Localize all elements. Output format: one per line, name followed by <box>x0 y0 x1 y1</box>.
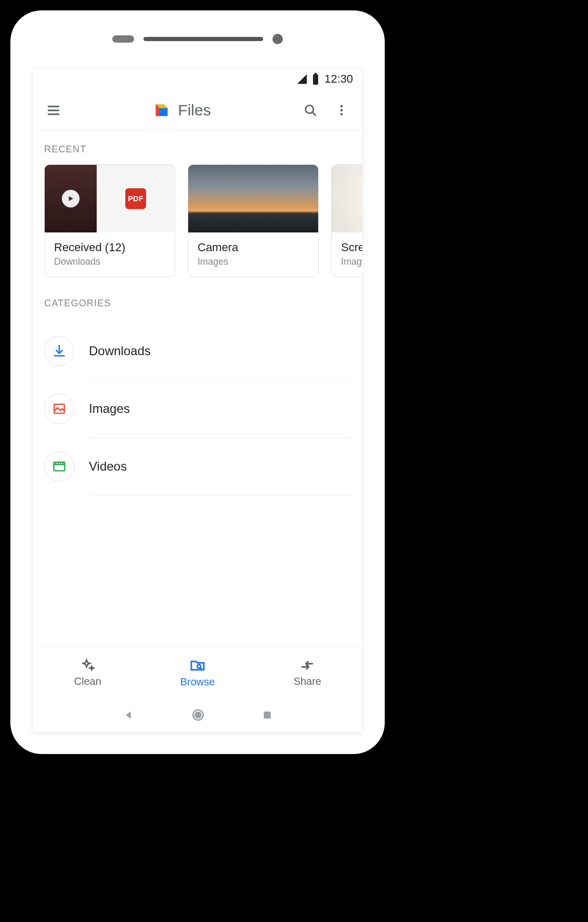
svg-point-9 <box>341 113 343 115</box>
search-icon <box>303 103 318 118</box>
nav-label: Share <box>294 676 321 687</box>
nav-clean[interactable]: Clean <box>33 647 142 698</box>
card-title: Screenshots <box>341 241 362 254</box>
svg-rect-4 <box>48 113 60 115</box>
recent-row[interactable]: PDF Received (12) Downloads Camera Image… <box>33 164 362 277</box>
download-icon <box>52 344 67 358</box>
thumbnail: PDF <box>45 165 175 232</box>
status-bar: 12:30 <box>33 68 362 90</box>
svg-rect-3 <box>48 109 60 111</box>
category-label: Images <box>89 401 130 416</box>
card-subtitle: Images <box>341 256 362 267</box>
thumbnail <box>332 165 362 232</box>
search-button[interactable] <box>299 99 322 122</box>
recent-header: Recent <box>33 131 362 164</box>
svg-point-15 <box>195 712 201 718</box>
clock-text: 12:30 <box>324 72 353 86</box>
category-label: Downloads <box>89 344 151 358</box>
categories-list: Downloads Images Videos <box>33 318 362 496</box>
svg-point-5 <box>306 105 313 113</box>
sparkle-icon <box>80 658 96 673</box>
image-icon <box>53 402 66 415</box>
recent-card-received[interactable]: PDF Received (12) Downloads <box>44 164 175 277</box>
battery-icon <box>312 73 319 85</box>
svg-point-7 <box>341 105 343 108</box>
app-logo-icon <box>153 101 171 119</box>
svg-rect-16 <box>264 711 270 718</box>
pdf-badge-icon: PDF <box>125 188 146 209</box>
category-downloads[interactable]: Downloads <box>44 322 351 380</box>
overflow-button[interactable] <box>330 99 353 122</box>
svg-rect-1 <box>315 73 317 75</box>
svg-point-8 <box>341 109 343 111</box>
svg-line-13 <box>200 668 202 669</box>
bottom-nav: Clean Browse Share <box>33 646 362 698</box>
svg-point-12 <box>197 665 201 668</box>
folder-search-icon <box>189 657 206 674</box>
category-images[interactable]: Images <box>44 380 351 437</box>
svg-rect-2 <box>48 106 60 107</box>
hamburger-icon <box>46 102 61 118</box>
phone-frame: 12:30 Files <box>10 10 385 754</box>
category-videos[interactable]: Videos <box>44 438 351 495</box>
recent-card-camera[interactable]: Camera Images <box>188 164 319 277</box>
nav-label: Clean <box>74 676 101 687</box>
back-icon[interactable] <box>123 709 134 721</box>
app-bar: Files <box>33 90 362 131</box>
nav-label: Browse <box>180 676 215 688</box>
card-title: Camera <box>198 241 309 254</box>
thumbnail <box>188 165 318 232</box>
categories-header: Categories <box>33 277 362 318</box>
card-title: Received (12) <box>54 241 165 254</box>
video-icon <box>52 459 67 474</box>
swap-icon <box>299 658 315 673</box>
system-nav <box>33 698 362 732</box>
category-label: Videos <box>89 459 127 474</box>
menu-button[interactable] <box>42 99 65 122</box>
card-subtitle: Downloads <box>54 256 165 267</box>
nav-share[interactable]: Share <box>253 647 362 698</box>
more-vert-icon <box>335 103 348 117</box>
play-icon <box>62 190 80 207</box>
home-icon[interactable] <box>191 708 205 722</box>
phone-hardware <box>10 10 385 68</box>
nav-browse[interactable]: Browse <box>142 647 252 698</box>
card-subtitle: Images <box>198 256 309 267</box>
svg-line-6 <box>312 112 316 115</box>
signal-icon <box>296 73 308 85</box>
svg-rect-0 <box>313 74 318 85</box>
app-title: Files <box>178 101 211 119</box>
screen: 12:30 Files <box>32 68 363 732</box>
recent-card-screenshots[interactable]: Screenshots Images <box>331 164 362 277</box>
recents-icon[interactable] <box>262 710 272 720</box>
